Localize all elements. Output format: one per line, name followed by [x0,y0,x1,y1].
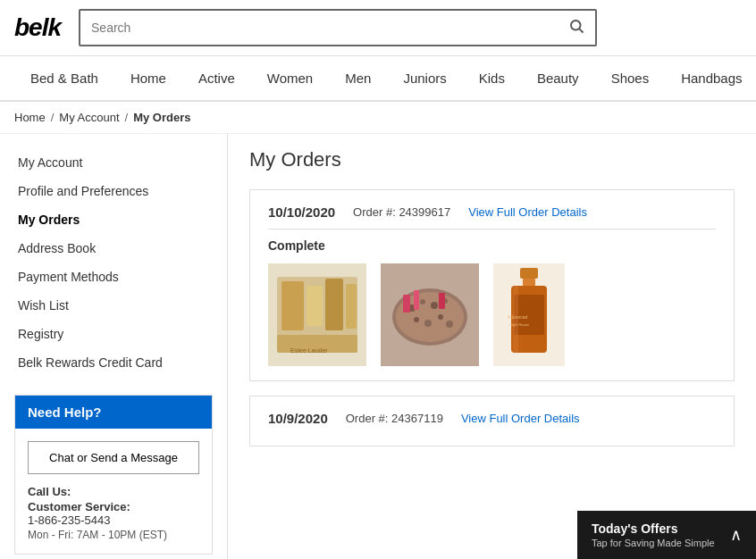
nav-item-women[interactable]: Women [251,56,329,100]
sidebar-item-registry[interactable]: Registry [0,320,227,348]
nav-item-bed-bath[interactable]: Bed & Bath [14,56,114,100]
order-date-2: 10/9/2020 [268,411,328,426]
svg-point-16 [424,320,432,327]
order-number-prefix-1: Order #: [353,205,396,219]
nav-item-juniors[interactable]: Juniors [387,56,462,100]
breadcrumb: Home / My Account / My Orders [0,102,756,134]
order-number-label-1: Order #: 24399617 [353,205,450,219]
nav-item-handbags[interactable]: Handbags [665,56,756,100]
nav-item-beauty[interactable]: Beauty [521,56,595,100]
product-sketch-2 [385,268,475,362]
todays-offers-banner[interactable]: Today's Offers Tap for Saving Made Simpl… [577,511,756,559]
order-number-prefix-2: Order #: [346,412,389,425]
search-icon [568,18,584,34]
need-help-header: Need Help? [15,396,212,429]
svg-point-13 [431,302,438,309]
nav-item-shoes[interactable]: Shoes [595,56,666,100]
svg-point-15 [414,317,419,322]
call-label: Call Us: [28,485,199,498]
order-number-value-2: 24367119 [391,412,443,425]
svg-rect-23 [523,279,535,286]
order-card-2: 10/9/2020 Order #: 24367119 View Full Or… [249,396,735,446]
page-title: My Orders [249,148,735,171]
svg-rect-19 [403,295,410,313]
customer-service-label: Customer Service: [28,500,199,513]
nav-item-kids[interactable]: Kids [463,56,521,100]
main-nav: Bed & Bath Home Active Women Men Juniors… [0,56,756,102]
phone-number[interactable]: 1-866-235-5443 [28,513,199,527]
order-header-1: 10/10/2020 Order #: 24399617 View Full O… [268,204,716,220]
breadcrumb-my-account[interactable]: My Account [59,111,119,124]
order-products-1: Estee Lauder [268,263,716,366]
svg-point-17 [438,314,443,320]
svg-rect-4 [307,286,323,326]
svg-rect-22 [520,268,538,279]
view-order-link-1[interactable]: View Full Order Details [468,205,587,219]
sidebar-item-wish-list[interactable]: Wish List [0,291,227,320]
svg-text:Advanced: Advanced [508,314,527,320]
svg-line-1 [579,29,583,32]
svg-text:Estee Lauder: Estee Lauder [290,347,328,354]
nav-item-men[interactable]: Men [329,56,387,100]
breadcrumb-sep-1: / [51,111,55,124]
product-sketch-1: Estee Lauder [273,268,362,362]
sidebar-item-my-orders[interactable]: My Orders [0,205,227,234]
search-bar [79,9,597,46]
svg-text:Night Repair: Night Repair [509,322,530,327]
logo[interactable]: belk [14,13,61,42]
nav-item-active[interactable]: Active [182,56,251,100]
chevron-up-icon: ∧ [730,525,742,545]
main-layout: My Account Profile and Preferences My Or… [0,134,756,559]
content-area: My Orders 10/10/2020 Order #: 24399617 V… [228,134,756,559]
svg-point-18 [446,321,453,328]
order-card-1: 10/10/2020 Order #: 24399617 View Full O… [249,189,735,381]
breadcrumb-sep-2: / [125,111,129,124]
product-image-2[interactable] [381,263,479,366]
product-image-1[interactable]: Estee Lauder [268,263,366,366]
sidebar-item-belk-rewards[interactable]: Belk Rewards Credit Card [0,348,227,377]
header: belk [0,0,756,56]
product-image-3[interactable]: Advanced Night Repair [493,263,565,366]
service-hours: Mon - Fri: 7AM - 10PM (EST) [28,529,199,541]
breadcrumb-current: My Orders [133,111,190,124]
need-help-body: Chat or Send a Message Call Us: Customer… [15,429,212,554]
sidebar-item-profile[interactable]: Profile and Preferences [0,177,227,205]
svg-rect-21 [439,293,445,309]
order-header-2: 10/9/2020 Order #: 24367119 View Full Or… [268,411,716,426]
sidebar-item-payment-methods[interactable]: Payment Methods [0,263,227,291]
svg-rect-5 [325,279,343,330]
order-status-1: Complete [268,238,716,253]
svg-rect-20 [414,290,419,310]
todays-offers-text: Today's Offers Tap for Saving Made Simpl… [592,521,715,548]
svg-rect-3 [281,281,304,330]
order-number-label-2: Order #: 24367119 [346,412,443,425]
svg-point-12 [420,299,425,305]
svg-rect-6 [346,284,357,329]
search-button[interactable] [558,11,595,45]
need-help-box: Need Help? Chat or Send a Message Call U… [14,395,213,555]
breadcrumb-home[interactable]: Home [14,111,46,124]
sidebar-item-address-book[interactable]: Address Book [0,234,227,263]
todays-offers-title: Today's Offers [592,521,715,536]
nav-item-home[interactable]: Home [114,56,182,100]
chat-button[interactable]: Chat or Send a Message [28,441,199,474]
view-order-link-2[interactable]: View Full Order Details [461,412,580,425]
order-number-value-1: 24399617 [399,205,450,219]
search-input[interactable] [80,11,558,45]
product-sketch-3: Advanced Night Repair [498,263,560,366]
sidebar-item-my-account[interactable]: My Account [0,148,227,177]
sidebar: My Account Profile and Preferences My Or… [0,134,228,559]
todays-offers-subtitle: Tap for Saving Made Simple [592,538,715,548]
svg-point-0 [571,21,581,30]
order-date-1: 10/10/2020 [268,204,335,220]
order-divider-1 [268,229,716,229]
